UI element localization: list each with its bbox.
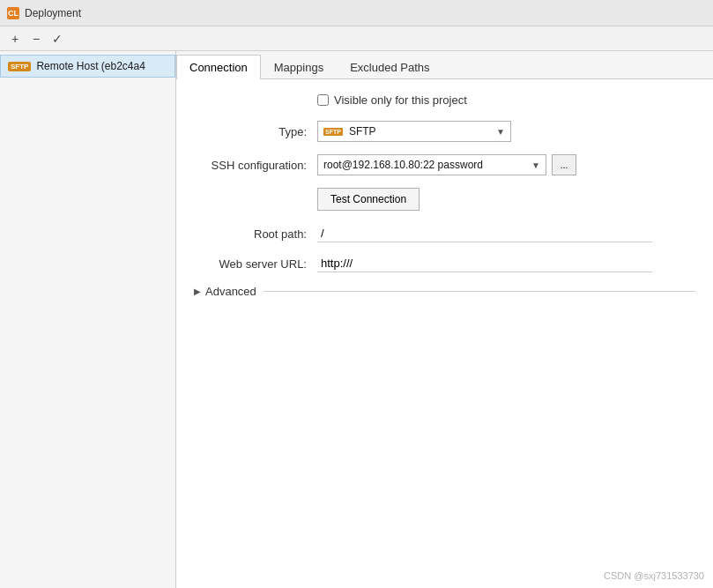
web-url-control [317, 255, 652, 272]
web-url-label: Web server URL: [194, 257, 317, 271]
apply-button[interactable]: ✓ [48, 29, 67, 48]
app-icon: CL [7, 7, 19, 19]
server-item[interactable]: SFTP Remote Host (eb2c4a4 [0, 55, 175, 78]
advanced-divider [264, 291, 695, 292]
root-path-control [317, 225, 652, 242]
advanced-row: ▶ Advanced [194, 285, 695, 298]
advanced-label: Advanced [205, 285, 256, 298]
sftp-badge: SFTP [8, 62, 31, 71]
ssh-ellipsis-button[interactable]: ... [552, 154, 576, 175]
remove-button[interactable]: − [26, 29, 46, 48]
test-connection-button[interactable]: Test Connection [317, 188, 420, 211]
visible-checkbox-label[interactable]: Visible only for this project [334, 93, 467, 107]
content-area: Visible only for this project Type: SFTP… [176, 79, 713, 588]
advanced-toggle-arrow-icon: ▶ [194, 287, 201, 296]
ssh-control: root@192.168.10.80:22 password ▼ ... [317, 154, 576, 175]
right-panel: Connection Mappings Excluded Paths Visib… [176, 51, 713, 588]
type-control: SFTP SFTP ▼ [317, 121, 511, 142]
ssh-label: SSH configuration: [194, 159, 317, 172]
root-path-row: Root path: [194, 225, 695, 242]
root-path-input[interactable] [317, 225, 652, 242]
add-button[interactable]: + [5, 29, 25, 48]
type-dropdown[interactable]: SFTP SFTP ▼ [317, 121, 511, 142]
type-row: Type: SFTP SFTP ▼ [194, 121, 695, 142]
tabs-bar: Connection Mappings Excluded Paths [176, 51, 713, 79]
title-bar: CL Deployment [0, 0, 713, 26]
test-connection-row: Test Connection [194, 188, 695, 211]
visible-checkbox-row: Visible only for this project [194, 93, 695, 107]
ssh-dropdown[interactable]: root@192.168.10.80:22 password ▼ [317, 154, 546, 175]
main-layout: SFTP Remote Host (eb2c4a4 Connection Map… [0, 51, 713, 588]
root-path-label: Root path: [194, 227, 317, 241]
sftp-type-icon: SFTP [323, 128, 343, 136]
ssh-dropdown-text: root@192.168.10.80:22 password [323, 159, 531, 171]
tab-mappings[interactable]: Mappings [261, 55, 337, 79]
type-label: Type: [194, 125, 317, 138]
ssh-dropdown-arrow-icon: ▼ [531, 160, 540, 170]
tab-excluded-paths[interactable]: Excluded Paths [337, 55, 442, 79]
server-label: Remote Host (eb2c4a4 [36, 60, 145, 72]
watermark: CSDN @sxj731533730 [604, 570, 704, 581]
toolbar: + − ✓ [0, 26, 713, 51]
web-url-input[interactable] [317, 255, 652, 272]
visible-checkbox[interactable] [317, 94, 329, 106]
advanced-toggle-button[interactable]: ▶ Advanced [194, 285, 256, 298]
title-bar-text: Deployment [25, 7, 81, 19]
left-panel: SFTP Remote Host (eb2c4a4 [0, 51, 176, 588]
type-dropdown-arrow-icon: ▼ [496, 127, 505, 137]
web-url-row: Web server URL: [194, 255, 695, 272]
ssh-row: SSH configuration: root@192.168.10.80:22… [194, 154, 695, 175]
tab-connection[interactable]: Connection [176, 55, 261, 79]
type-dropdown-text: SFTP [349, 125, 493, 138]
